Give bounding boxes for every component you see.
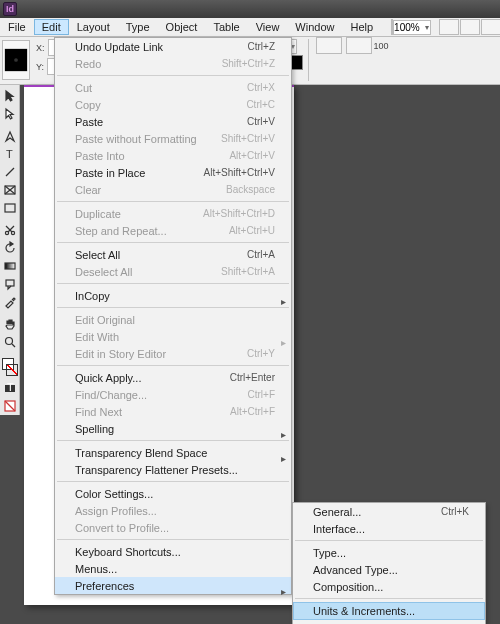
edit-menu-separator [57,201,289,202]
zoom-level-input[interactable]: 100% [393,20,431,35]
menu-item-label: Step and Repeat... [75,225,167,237]
edit-menu-item-find-change: Find/Change...Ctrl+F [55,386,291,403]
view-mode-toggle[interactable] [1,397,19,415]
reference-point-proxy[interactable] [2,40,30,80]
menu-item-shortcut: Alt+Shift+Ctrl+D [203,208,275,219]
edit-menu-item-preferences[interactable]: Preferences [55,577,291,594]
edit-menu-separator [57,75,289,76]
edit-menu-dropdown: Undo Update LinkCtrl+ZRedoShift+Ctrl+ZCu… [54,37,292,595]
opacity-value: 100 [374,41,389,51]
eyedropper-tool[interactable] [1,293,19,311]
edit-menu-item-incopy[interactable]: InCopy [55,287,291,304]
edit-menu-item-deselect-all: Deselect AllShift+Ctrl+A [55,263,291,280]
prefs-menu-item-general[interactable]: General...Ctrl+K [293,503,485,520]
menu-type[interactable]: Type [118,19,158,35]
menu-item-label: Duplicate [75,208,121,220]
menu-item-label: Find/Change... [75,389,147,401]
rotate-tool[interactable] [1,239,19,257]
svg-rect-13 [6,280,14,286]
edit-menu-item-select-all[interactable]: Select AllCtrl+A [55,246,291,263]
edit-menu-item-keyboard-shortcuts[interactable]: Keyboard Shortcuts... [55,543,291,560]
edit-menu-item-edit-original: Edit Original [55,311,291,328]
edit-menu-item-paste[interactable]: PasteCtrl+V [55,113,291,130]
edit-menu-separator [57,539,289,540]
stroke-swatch[interactable] [6,364,18,376]
prefs-menu-item-composition[interactable]: Composition... [293,578,485,595]
menu-item-shortcut: Alt+Ctrl+F [230,406,275,417]
selection-tool[interactable] [1,87,19,105]
menu-item-label: Units & Increments... [313,605,415,617]
gradient-tool[interactable] [1,257,19,275]
svg-rect-7 [5,204,15,212]
menu-item-label: Keyboard Shortcuts... [75,546,181,558]
menu-object[interactable]: Object [158,19,206,35]
effects-button[interactable] [316,37,342,54]
menu-item-label: Deselect All [75,266,132,278]
edit-menu-separator [57,283,289,284]
menu-item-label: Advanced Type... [313,564,398,576]
prefs-menu-item-grids[interactable]: Grids... [293,620,485,624]
menu-item-label: Clear [75,184,101,196]
menu-item-label: Menus... [75,563,117,575]
menu-help[interactable]: Help [342,19,381,35]
menu-bar: File Edit Layout Type Object Table View … [0,18,500,37]
edit-menu-item-spelling[interactable]: Spelling [55,420,291,437]
edit-menu-item-convert-to-profile: Convert to Profile... [55,519,291,536]
menu-edit[interactable]: Edit [34,19,69,35]
menu-window[interactable]: Window [287,19,342,35]
edit-menu-item-transparency-blend-space[interactable]: Transparency Blend Space [55,444,291,461]
prefs-menu-item-units-increments[interactable]: Units & Increments... [293,602,485,620]
menu-table[interactable]: Table [205,19,247,35]
x-label: X: [36,43,45,53]
prefs-menu-item-advanced-type[interactable]: Advanced Type... [293,561,485,578]
view-options-button[interactable] [439,19,459,35]
tool-divider [1,351,19,355]
rectangle-tool[interactable] [1,199,19,217]
edit-menu-item-quick-apply[interactable]: Quick Apply...Ctrl+Enter [55,369,291,386]
edit-menu-separator [57,440,289,441]
menu-item-label: Copy [75,99,101,111]
screen-mode-button[interactable] [460,19,480,35]
line-tool[interactable] [1,163,19,181]
menu-item-shortcut: Ctrl+X [247,82,275,93]
menu-view[interactable]: View [248,19,288,35]
svg-text:T: T [6,148,13,160]
edit-menu-item-paste-in-place[interactable]: Paste in PlaceAlt+Shift+Ctrl+V [55,164,291,181]
pen-tool[interactable] [1,127,19,145]
arrange-documents-button[interactable] [481,19,500,35]
edit-menu-item-transparency-flattener-presets[interactable]: Transparency Flattener Presets... [55,461,291,478]
format-container-toggle[interactable]: T [1,379,19,397]
menu-layout[interactable]: Layout [69,19,118,35]
menu-item-label: Paste Into [75,150,125,162]
prefs-menu-item-type[interactable]: Type... [293,544,485,561]
menu-item-shortcut: Ctrl+Enter [230,372,275,383]
scissors-tool[interactable] [1,221,19,239]
menu-item-shortcut: Alt+Shift+Ctrl+V [204,167,275,178]
menu-item-label: Undo Update Link [75,41,163,53]
control-separator [308,39,309,81]
menu-item-label: Transparency Blend Space [75,447,207,459]
rectangle-frame-tool[interactable] [1,181,19,199]
menu-item-label: Select All [75,249,120,261]
menu-file[interactable]: File [0,19,34,35]
edit-menu-item-color-settings[interactable]: Color Settings... [55,485,291,502]
edit-menu-separator [57,307,289,308]
menu-item-label: Assign Profiles... [75,505,157,517]
menu-item-label: Spelling [75,423,114,435]
type-tool[interactable]: T [1,145,19,163]
direct-selection-tool[interactable] [1,105,19,123]
menu-item-shortcut: Ctrl+K [441,506,469,517]
hand-tool[interactable] [1,315,19,333]
menu-item-label: Composition... [313,581,383,593]
menu-item-label: Type... [313,547,346,559]
edit-menu-item-undo-update-link[interactable]: Undo Update LinkCtrl+Z [55,38,291,55]
note-tool[interactable] [1,275,19,293]
zoom-tool[interactable] [1,333,19,351]
fill-stroke-swatches[interactable] [1,357,19,379]
prefs-menu-item-interface[interactable]: Interface... [293,520,485,537]
svg-rect-12 [5,263,15,269]
edit-menu-item-menus[interactable]: Menus... [55,560,291,577]
menu-item-shortcut: Ctrl+Y [247,348,275,359]
menu-item-label: Paste in Place [75,167,145,179]
opacity-button[interactable] [346,37,372,54]
